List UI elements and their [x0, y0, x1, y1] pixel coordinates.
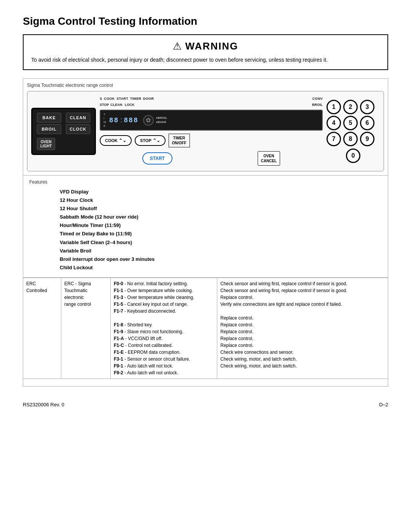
erc-action-8: Replace control. — [220, 335, 385, 342]
feature-item-2: 12 Hour Clock — [60, 196, 382, 204]
feature-item-5: Hour/Minute Timer (11:59) — [60, 221, 382, 230]
clean-button[interactable]: CLEAN — [66, 113, 90, 123]
erc-code-f1-3: F1-3 - Over temperature while cleaning. — [114, 294, 214, 301]
erc-code-f1-7: F1-7 - Keyboard disconnected. — [114, 308, 214, 315]
cook-label: COOK — [105, 138, 118, 143]
label-clean: CLEAN — [110, 103, 122, 107]
feature-item-6: Timed or Delay Bake to (11:59) — [60, 230, 382, 238]
numpad-0[interactable]: 0 — [346, 149, 360, 163]
numpad-3[interactable]: 3 — [360, 100, 374, 114]
diagram-inner: BAKE CLEAN BROIL CLOCK OVEN LIGHT S COOK… — [27, 91, 384, 171]
numpad-6[interactable]: 6 — [360, 116, 374, 130]
erc-code-f1-8: F1-8 - Shorted key. — [114, 321, 214, 328]
erc-code-f1-a: F1-A - VCC/GND lift off. — [114, 335, 214, 342]
erc-col4: Check sensor and wiring first, replace c… — [217, 278, 388, 379]
warning-text: To avoid risk of electrical shock, perso… — [31, 56, 380, 64]
numpad-2[interactable]: 2 — [343, 100, 358, 114]
control-diagram-box: Sigma Touchmatic electronic range contro… — [23, 78, 388, 176]
numpad-7[interactable]: 7 — [327, 132, 341, 146]
erc-action-6: Replace control. — [220, 321, 385, 328]
bake-button[interactable]: BAKE — [37, 113, 61, 123]
label-cook: COOK — [103, 97, 115, 101]
top-labels-row: S COOK START TIMER DOOR CONV — [100, 97, 323, 101]
feature-item-1: VFD Display — [60, 188, 382, 196]
display-right-area: ✿ ●BROIL ●BAKE — [143, 115, 167, 126]
numpad-row-3: 7 8 9 — [327, 132, 380, 146]
erc-code-f1-1: F1-1 - Over temperature while cooking. — [114, 287, 214, 294]
stop-arrow-icon: ⌃⌄ — [153, 138, 160, 143]
display-row: T I M E 88 : 888 ✿ ●BROIL ●BAKE — [100, 110, 323, 131]
cook-button[interactable]: COOK ⌃⌄ — [100, 135, 132, 146]
display-colon: : — [120, 116, 122, 124]
label-stop: STOP — [100, 103, 109, 107]
feature-item-8: Variable Broil — [60, 247, 382, 255]
oven-light-label-2: LIGHT — [40, 144, 52, 148]
display-hours: 88 — [109, 117, 119, 124]
bottom-mid-row: START OVEN CANCEL — [100, 151, 323, 166]
clock-button[interactable]: CLOCK — [66, 124, 90, 134]
erc-code-f9-1: F9-1 - Auto latch will not lock. — [114, 363, 214, 369]
erc-action-9: Replace control. — [220, 342, 385, 349]
erc-action-10: Check wire connections and sensor. — [220, 349, 385, 356]
numpad-1[interactable]: 1 — [327, 100, 341, 114]
erc-empty-cell — [23, 379, 388, 386]
footer-center: D–2 — [379, 402, 388, 407]
oven-cancel-label-1: OVEN — [261, 153, 277, 158]
features-section: Features VFD Display 12 Hour Clock 12 Ho… — [23, 176, 388, 278]
broil-button[interactable]: BROIL — [37, 124, 61, 134]
features-list: VFD Display 12 Hour Clock 12 Hour Shutof… — [60, 188, 382, 272]
feature-item-10: Child Lockout — [60, 264, 382, 272]
erc-action-1: Check sensor and wiring first, replace c… — [220, 280, 385, 287]
erc-table-empty-row — [23, 379, 388, 386]
label-lock: LOCK — [124, 103, 134, 107]
warning-box: ⚠ WARNING To avoid risk of electrical sh… — [23, 34, 388, 70]
erc-action-5: Replace control. — [220, 315, 385, 321]
erc-table: ERC Controlled ERC - SigmaTouchmatic ele… — [23, 278, 388, 387]
erc-action-4: Verify wire connections are tight and re… — [220, 301, 385, 308]
stop-button[interactable]: STOP ⌃⌄ — [135, 135, 166, 146]
feature-item-4: Sabbath Mode (12 hour over ride) — [60, 213, 382, 221]
timer-onoff-box[interactable]: TIMER ON/OFF — [169, 134, 190, 147]
erc-col3: F0-0 - No error. Initial factory setting… — [111, 278, 217, 379]
erc-action-12: Check wiring, motor, and latch switch. — [220, 363, 385, 369]
oven-light-button[interactable]: OVEN LIGHT — [37, 138, 55, 150]
erc-col2: ERC - SigmaTouchmatic electronicrange co… — [61, 278, 111, 379]
footer: RS2320006 Rev. 0 D–2 — [23, 402, 388, 407]
label-conv: CONV — [312, 97, 323, 101]
features-label: Features — [29, 179, 382, 185]
label-door: DOOR — [142, 97, 154, 101]
numpad-row-2: 4 5 6 — [327, 116, 380, 130]
fan-icon: ✿ — [143, 115, 154, 126]
numpad-9[interactable]: 9 — [360, 132, 374, 146]
erc-col1: ERC Controlled — [23, 278, 61, 379]
feature-item-7: Variable Self Clean (2–4 hours) — [60, 238, 382, 247]
numpad-5[interactable]: 5 — [343, 116, 358, 130]
numpad-row-1: 1 2 3 — [327, 100, 380, 114]
numpad-8[interactable]: 8 — [343, 132, 358, 146]
oven-light-area: OVEN LIGHT — [37, 136, 90, 150]
erc-code-f1-e: F1-E - EEPROM data corruption. — [114, 349, 214, 356]
erc-code-f1-c: F1-C - Control not calibrated. — [114, 342, 214, 349]
timer-label-1: TIMER — [172, 136, 186, 141]
erc-action-3: Replace control. — [220, 294, 385, 301]
erc-action-11: Check wiring, motor, and latch switch. — [220, 356, 385, 363]
numpad-4[interactable]: 4 — [327, 116, 341, 130]
oven-cancel-button[interactable]: OVEN CANCEL — [258, 151, 280, 166]
timer-label-2: ON/OFF — [172, 141, 186, 145]
middle-panel: S COOK START TIMER DOOR CONV STOP CLEAN … — [100, 97, 323, 166]
erc-action-7: Replace control. — [220, 328, 385, 335]
warning-header: ⚠ WARNING — [31, 40, 380, 52]
oven-cancel-label-2: CANCEL — [261, 158, 277, 163]
numpad-panel: 1 2 3 4 5 6 7 8 9 0 — [327, 100, 380, 163]
numpad-row-0: 0 — [327, 149, 380, 163]
footer-left: RS2320006 Rev. 0 — [23, 402, 64, 407]
erc-table-row: ERC Controlled ERC - SigmaTouchmatic ele… — [23, 278, 388, 379]
display-small-labels: T I M E — [104, 113, 106, 128]
left-panel: BAKE CLEAN BROIL CLOCK OVEN LIGHT — [31, 108, 96, 155]
erc-action-2: Check sensor and wiring first, replace c… — [220, 287, 385, 294]
start-button[interactable]: START — [142, 152, 172, 165]
warning-title: WARNING — [185, 40, 239, 52]
feature-item-9: Broil interrupt door open over 3 minutes — [60, 255, 382, 264]
label-s: S — [100, 97, 102, 101]
display-minutes: 888 — [124, 117, 138, 124]
